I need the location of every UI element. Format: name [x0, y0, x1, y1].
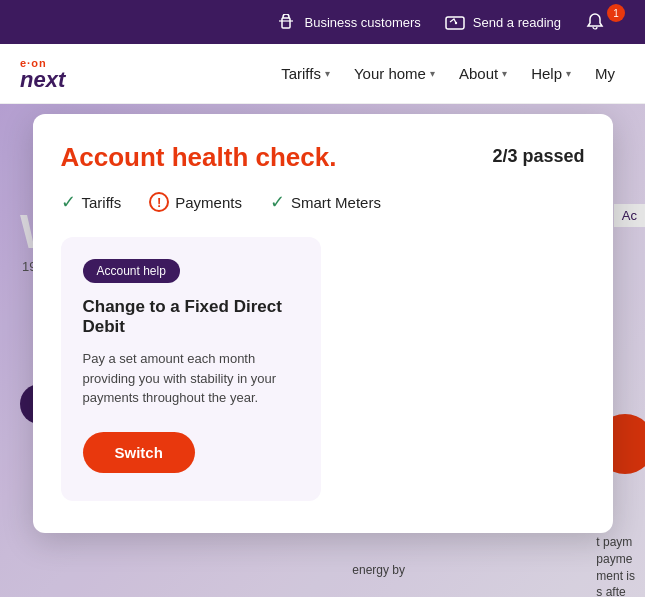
- svg-rect-0: [282, 18, 290, 28]
- help-chevron-icon: ▾: [566, 68, 571, 79]
- modal-overlay: Account health check. 2/3 passed ✓ Tarif…: [0, 104, 645, 597]
- check-payments: ! Payments: [149, 192, 242, 212]
- account-health-modal: Account health check. 2/3 passed ✓ Tarif…: [33, 114, 613, 533]
- card-title: Change to a Fixed Direct Debit: [83, 297, 299, 337]
- nav-items: Tariffs ▾ Your home ▾ About ▾ Help ▾ My: [271, 57, 625, 90]
- bell-icon: [585, 12, 605, 32]
- send-reading-link[interactable]: Send a reading: [445, 12, 561, 32]
- check-tariffs: ✓ Tariffs: [61, 191, 122, 213]
- nav-tariffs-label: Tariffs: [281, 65, 321, 82]
- check-tariffs-label: Tariffs: [82, 194, 122, 211]
- business-customers-link[interactable]: Business customers: [276, 12, 420, 32]
- modal-passed: 2/3 passed: [492, 146, 584, 167]
- nav-item-help[interactable]: Help ▾: [521, 57, 581, 90]
- notification-count: 1: [607, 4, 625, 22]
- notifications-link[interactable]: 1: [585, 12, 625, 32]
- check-smart-meters-icon: ✓: [270, 191, 285, 213]
- check-smart-meters: ✓ Smart Meters: [270, 191, 381, 213]
- send-reading-label: Send a reading: [473, 15, 561, 30]
- nav-item-about[interactable]: About ▾: [449, 57, 517, 90]
- modal-title: Account health check.: [61, 142, 337, 173]
- logo[interactable]: e·on next: [20, 57, 65, 91]
- nav-help-label: Help: [531, 65, 562, 82]
- svg-point-3: [455, 22, 457, 24]
- check-payments-warning-icon: !: [149, 192, 169, 212]
- top-bar: Business customers Send a reading 1: [0, 0, 645, 44]
- business-customers-label: Business customers: [304, 15, 420, 30]
- page-background: We 192 G... Ac t paym payme ment is s af…: [0, 104, 645, 597]
- your-home-chevron-icon: ▾: [430, 68, 435, 79]
- nav-about-label: About: [459, 65, 498, 82]
- nav-item-my[interactable]: My: [585, 57, 625, 90]
- nav-item-tariffs[interactable]: Tariffs ▾: [271, 57, 340, 90]
- tariffs-chevron-icon: ▾: [325, 68, 330, 79]
- check-tariffs-icon: ✓: [61, 191, 76, 213]
- modal-header: Account health check. 2/3 passed: [61, 142, 585, 173]
- nav-item-your-home[interactable]: Your home ▾: [344, 57, 445, 90]
- nav-bar: e·on next Tariffs ▾ Your home ▾ About ▾ …: [0, 44, 645, 104]
- account-help-card: Account help Change to a Fixed Direct De…: [61, 237, 321, 501]
- card-badge: Account help: [83, 259, 180, 283]
- check-payments-label: Payments: [175, 194, 242, 211]
- card-desc: Pay a set amount each month providing yo…: [83, 349, 299, 408]
- meter-icon: [445, 12, 465, 32]
- logo-next: next: [20, 69, 65, 91]
- check-smart-meters-label: Smart Meters: [291, 194, 381, 211]
- switch-button[interactable]: Switch: [83, 432, 195, 473]
- nav-your-home-label: Your home: [354, 65, 426, 82]
- about-chevron-icon: ▾: [502, 68, 507, 79]
- briefcase-icon: [276, 12, 296, 32]
- nav-my-label: My: [595, 65, 615, 82]
- modal-checks: ✓ Tariffs ! Payments ✓ Smart Meters: [61, 191, 585, 213]
